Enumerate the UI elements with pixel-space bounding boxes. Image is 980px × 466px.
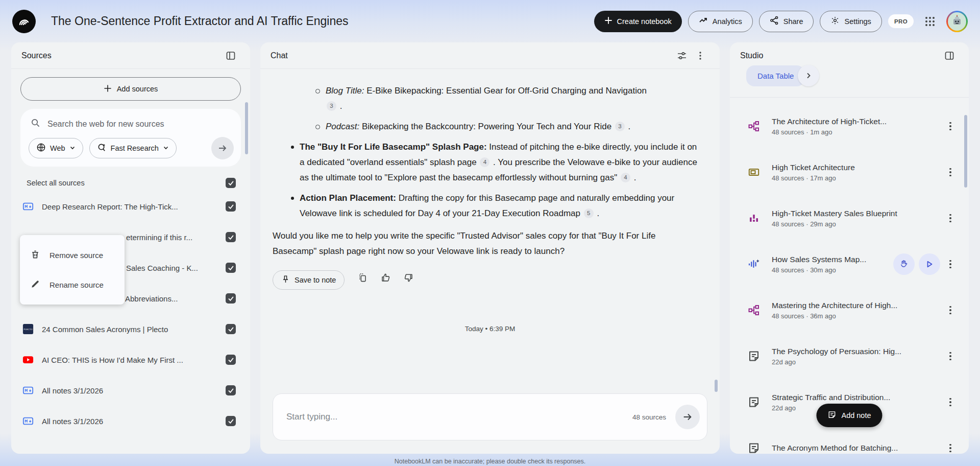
studio-item-more-icon[interactable] — [944, 393, 957, 411]
header-actions: Create notebook Analytics Share Settings… — [594, 11, 968, 32]
studio-item[interactable]: The Acronym Method for Batching... — [747, 436, 957, 454]
search-input[interactable]: Search the web for new sources — [29, 117, 234, 137]
share-icon — [770, 16, 779, 27]
main-content: Sources Add sources Search the web for n… — [0, 42, 980, 454]
studio-item[interactable]: How Sales Systems Map...48 sources · 30m… — [747, 252, 957, 276]
web-filter-chip[interactable]: Web — [29, 138, 83, 158]
studio-item-title: The Architecture of High-Ticket... — [772, 117, 944, 126]
citation-chip[interactable]: 3 — [615, 122, 625, 131]
source-row[interactable]: PLECTO24 Common Sales Acronyms | Plecto — [21, 317, 236, 341]
add-note-button[interactable]: Add note — [816, 404, 882, 427]
notebooklm-logo-icon[interactable] — [12, 10, 36, 33]
studio-item[interactable]: The Psychology of Persuasion: Hig...22d … — [747, 344, 957, 368]
settings-button[interactable]: Settings — [820, 11, 881, 32]
select-all-checkbox[interactable] — [226, 178, 236, 188]
studio-item-title: Mastering the Architecture of High... — [772, 301, 944, 310]
source-checkbox[interactable] — [226, 201, 236, 212]
add-sources-button[interactable]: Add sources — [20, 77, 241, 101]
notebook-title[interactable]: The One-Sentence Profit Extractor and AI… — [51, 14, 586, 28]
youtube-source-icon — [21, 354, 35, 365]
plecto-source-icon: PLECTO — [21, 323, 35, 335]
share-button[interactable]: Share — [759, 11, 814, 32]
chat-more-icon[interactable] — [691, 46, 709, 65]
studio-item-meta: 48 sources · 36m ago — [772, 312, 944, 320]
chat-input-box[interactable]: Start typing... 48 sources — [273, 393, 707, 440]
citation-chip[interactable]: 4 — [480, 157, 489, 167]
studio-item-more-icon[interactable] — [944, 347, 957, 365]
source-row[interactable]: Deep Research Report: The High-Tick... — [21, 194, 236, 219]
play-icon[interactable] — [919, 253, 940, 275]
source-checkbox[interactable] — [226, 416, 236, 426]
source-row[interactable]: All notes 3/1/2026 — [21, 378, 236, 403]
studio-item-more-icon[interactable] — [944, 117, 957, 135]
svg-text:PLECTO: PLECTO — [23, 328, 32, 331]
rename-source-menu-item[interactable]: Rename source — [20, 270, 125, 299]
studio-item-more-icon[interactable] — [944, 163, 957, 181]
source-checkbox[interactable] — [226, 324, 236, 334]
create-notebook-button[interactable]: Create notebook — [594, 11, 682, 32]
studio-tools-row: Data Table — [746, 65, 819, 86]
copy-icon[interactable] — [358, 272, 368, 288]
chat-scrollbar[interactable] — [715, 380, 718, 392]
save-to-note-button[interactable]: Save to note — [273, 270, 345, 290]
citation-chip[interactable]: 4 — [621, 173, 630, 182]
studio-item-more-icon[interactable] — [944, 255, 957, 273]
source-row[interactable]: All notes 3/1/2026 — [21, 409, 236, 433]
studio-item[interactable]: High Ticket Architecture48 sources · 17m… — [747, 160, 957, 184]
studio-item-title: Strategic Traffic and Distribution... — [772, 393, 944, 402]
pin-icon — [281, 275, 290, 285]
studio-item-title: The Psychology of Persuasion: Hig... — [772, 347, 944, 356]
data-table-chip[interactable]: Data Table — [746, 65, 805, 86]
sources-scrollbar[interactable] — [245, 102, 248, 154]
search-placeholder: Search the web for new sources — [47, 120, 164, 129]
studio-item-texts: The Psychology of Persuasion: Hig...22d … — [772, 347, 944, 366]
workflow-icon — [747, 304, 761, 316]
interactive-mode-hand-icon[interactable] — [893, 253, 915, 275]
chat-input-placeholder: Start typing... — [286, 412, 632, 422]
source-checkbox[interactable] — [226, 232, 236, 242]
source-checkbox[interactable] — [226, 355, 236, 365]
chat-bullet: Podcast: Bikepacking the Backcountry: Po… — [326, 119, 656, 134]
citation-chip[interactable]: 5 — [584, 208, 594, 218]
studio-item[interactable]: High-Ticket Mastery Sales Blueprint48 so… — [747, 206, 957, 230]
note-icon — [747, 396, 761, 408]
studio-item-meta: 48 sources · 17m ago — [772, 174, 944, 182]
studio-item-title: How Sales Systems Map... — [772, 255, 893, 264]
note-icon — [747, 442, 761, 454]
source-row[interactable]: AI CEO: THIS is How I'd Make My First ..… — [21, 347, 236, 372]
studio-item-more-icon[interactable] — [944, 209, 957, 227]
user-avatar[interactable] — [946, 11, 968, 32]
studio-divider — [730, 97, 969, 98]
citation-chip[interactable]: 3 — [327, 101, 336, 111]
studio-item[interactable]: The Architecture of High-Ticket...48 sou… — [747, 114, 957, 138]
google-apps-icon[interactable] — [920, 11, 940, 32]
web-search-card: Search the web for new sources Web Fast … — [20, 109, 241, 167]
studio-item-more-icon[interactable] — [944, 301, 957, 319]
source-title: Sales Coaching - K... — [126, 264, 226, 272]
audio-actions — [893, 253, 940, 275]
source-count-label: 48 sources — [632, 413, 666, 421]
chat-panel: Chat Blog Title: E-Bike Bikepacking: Ess… — [260, 42, 720, 454]
collapse-studio-panel-icon[interactable] — [940, 46, 959, 65]
studio-scrollbar[interactable] — [964, 115, 967, 188]
studio-item-more-icon[interactable] — [944, 439, 957, 454]
thumb-up-icon[interactable] — [381, 272, 390, 288]
thumb-down-icon[interactable] — [404, 272, 413, 288]
source-checkbox[interactable] — [226, 263, 236, 273]
analytics-button[interactable]: Analytics — [688, 11, 753, 32]
collapse-sources-panel-icon[interactable] — [222, 46, 240, 65]
select-all-row: Select all sources — [11, 167, 250, 192]
studio-item[interactable]: Mastering the Architecture of High...48 … — [747, 298, 957, 322]
disclaimer-text: NotebookLM can be inaccurate; please dou… — [0, 458, 980, 465]
chat-settings-icon[interactable] — [673, 46, 691, 65]
search-submit-button[interactable] — [211, 137, 234, 159]
send-button[interactable] — [675, 405, 700, 429]
research-sparkle-icon — [97, 143, 107, 154]
chat-bullet-list: The "Buy It For Life Basecamp" Splash Pa… — [273, 139, 707, 221]
source-checkbox[interactable] — [226, 385, 236, 395]
source-checkbox[interactable] — [226, 293, 236, 304]
fast-research-chip[interactable]: Fast Research — [89, 138, 177, 158]
remove-source-menu-item[interactable]: Remove source — [20, 240, 125, 270]
select-all-label: Select all sources — [27, 179, 85, 187]
chevron-right-icon[interactable] — [798, 65, 819, 86]
